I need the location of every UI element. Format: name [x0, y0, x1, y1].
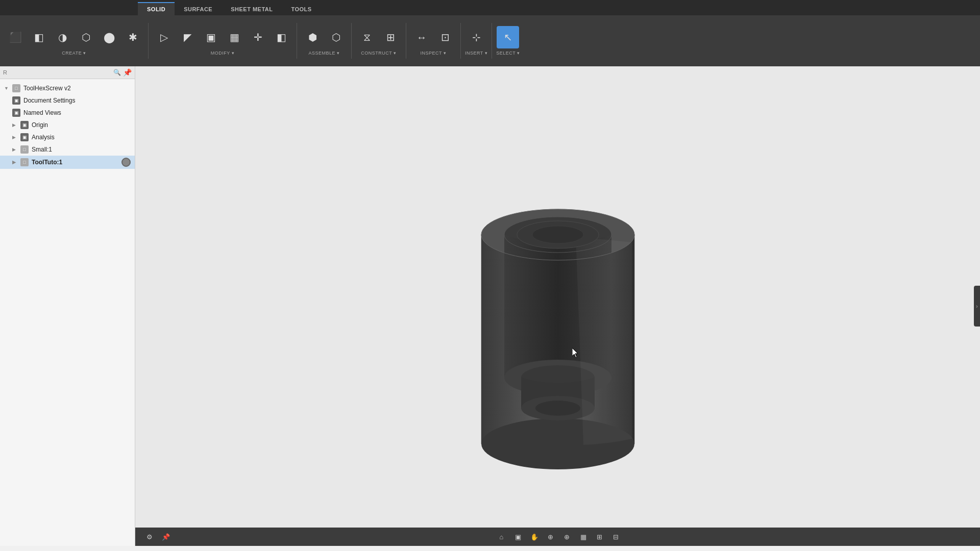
- zoom-window-button[interactable]: ⊕: [560, 531, 574, 543]
- toolbar-buttons-create: ⬛◧◑⬡⬤✱: [4, 26, 144, 48]
- shell-button[interactable]: ▦: [223, 26, 246, 48]
- tree-icon-tool-hex-screw: □: [12, 84, 20, 92]
- camera-button[interactable]: ▣: [511, 531, 525, 543]
- offset-plane-button[interactable]: ⧖: [356, 26, 378, 48]
- grid-button[interactable]: ⊞: [593, 531, 607, 543]
- toolbar-divider-3: [351, 23, 352, 59]
- tree-arrow-tool-hex-screw: ▼: [4, 86, 9, 91]
- tree-label-named-views: Named Views: [23, 109, 61, 116]
- tree-item-analysis[interactable]: ▶▣Analysis: [0, 131, 135, 143]
- right-panel-hint[interactable]: ›: [974, 286, 980, 327]
- tree-label-document-settings: Document Settings: [23, 97, 75, 104]
- tree-label-tool-hex-screw: ToolHexScrew v2: [23, 85, 71, 92]
- toolbar-group-modify: ▷◤▣▦✛◧MODIFY ▾: [153, 26, 292, 56]
- tree-item-tool-hex-screw[interactable]: ▼□ToolHexScrew v2: [0, 82, 135, 94]
- toolbar-group-label-modify: MODIFY ▾: [211, 51, 234, 56]
- toolbar-group-label-inspect: INSPECT ▾: [421, 51, 447, 56]
- home-button[interactable]: ⌂: [495, 531, 509, 543]
- toolbar-buttons-modify: ▷◤▣▦✛◧: [153, 26, 292, 48]
- svg-point-7: [535, 401, 580, 415]
- rib-button[interactable]: ✱: [121, 26, 144, 48]
- chamfer-button[interactable]: ▣: [200, 26, 222, 48]
- bottom-settings-btn[interactable]: ⚙: [142, 531, 157, 543]
- extrude-button[interactable]: ◧: [28, 26, 50, 48]
- toolbar-buttons-assemble: ⬢⬡: [301, 26, 347, 48]
- loft-button[interactable]: ⬤: [98, 26, 120, 48]
- sweep-button[interactable]: ⬡: [75, 26, 97, 48]
- bottom-center-buttons: ⌂▣✋⊕⊕▦⊞⊟: [495, 531, 623, 543]
- tree-item-named-views[interactable]: ▣Named Views: [0, 107, 135, 119]
- tab-solid[interactable]: SOLID: [138, 2, 175, 15]
- toolbar-group-label-create: CREATE ▾: [62, 51, 86, 56]
- tab-tools[interactable]: TOOLS: [282, 2, 321, 15]
- tree-arrow-small-1: ▶: [12, 147, 17, 152]
- move-button[interactable]: ✛: [247, 26, 269, 48]
- section-analysis-button[interactable]: ⊡: [434, 26, 456, 48]
- toolbar-divider-5: [460, 23, 461, 59]
- tree-item-tool-tuto-1[interactable]: ▶□ToolTuto:1: [0, 156, 135, 169]
- tree-label-tool-tuto-1: ToolTuto:1: [32, 159, 62, 166]
- bottom-bar: ⚙ 📌 ⌂▣✋⊕⊕▦⊞⊟: [135, 528, 980, 546]
- sidebar: 🔍 📌 ▼□ToolHexScrew v2▣Document Settings▣…: [0, 66, 135, 546]
- tree-arrow-origin: ▶: [12, 122, 17, 128]
- toolbar-buttons-inspect: ↔⊡: [410, 26, 456, 48]
- press-pull-button[interactable]: ▷: [153, 26, 175, 48]
- tree-icon-tool-tuto-1: □: [20, 158, 29, 166]
- toolbar-group-inspect: ↔⊡INSPECT ▾: [410, 26, 456, 56]
- toolbar-buttons-select: ↖: [497, 26, 519, 48]
- toolbar-buttons-construct: ⧖⊞: [356, 26, 402, 48]
- new-sketch-button[interactable]: ⬛: [4, 26, 27, 48]
- select-button[interactable]: ↖: [497, 26, 519, 48]
- tree-icon-small-1: □: [20, 145, 29, 154]
- revolve-button[interactable]: ◑: [51, 26, 74, 48]
- tree-item-origin[interactable]: ▶▣Origin: [0, 119, 135, 131]
- tree-label-small-1: Small:1: [32, 146, 52, 153]
- toolbar-group-create: ⬛◧◑⬡⬤✱CREATE ▾: [4, 26, 144, 56]
- tree-item-document-settings[interactable]: ▣Document Settings: [0, 94, 135, 107]
- viewport[interactable]: › ⚙ 📌 ⌂▣✋⊕⊕▦⊞⊟: [135, 66, 980, 546]
- toolbar-divider-4: [406, 23, 406, 59]
- fillet-button[interactable]: ◤: [176, 26, 199, 48]
- tab-surface[interactable]: SURFACE: [175, 2, 222, 15]
- search-bar: 🔍 📌: [0, 66, 135, 79]
- insert-mesh-button[interactable]: ⊹: [465, 26, 487, 48]
- bottom-pin-btn[interactable]: 📌: [159, 531, 173, 543]
- combine-button[interactable]: ◧: [270, 26, 292, 48]
- toolbar-divider-6: [492, 23, 492, 59]
- tree-item-small-1[interactable]: ▶□Small:1: [0, 143, 135, 156]
- main-area: 🔍 📌 ▼□ToolHexScrew v2▣Document Settings▣…: [0, 66, 980, 546]
- svg-point-12: [532, 226, 583, 243]
- measure-button[interactable]: ↔: [410, 26, 433, 48]
- ui-settings-button[interactable]: ⊟: [609, 531, 623, 543]
- toolbar-row: ⬛◧◑⬡⬤✱CREATE ▾▷◤▣▦✛◧MODIFY ▾⬢⬡ASSEMBLE ▾…: [0, 15, 980, 66]
- tab-sheet_metal[interactable]: SHEET METAL: [222, 2, 282, 15]
- tree-area: ▼□ToolHexScrew v2▣Document Settings▣Name…: [0, 79, 135, 546]
- zoom-fit-button[interactable]: ⊕: [544, 531, 558, 543]
- joint-button[interactable]: ⬢: [301, 26, 324, 48]
- tree-icon-origin: ▣: [20, 121, 29, 129]
- midplane-button[interactable]: ⊞: [379, 26, 402, 48]
- bottom-left: ⚙ 📌: [140, 531, 173, 543]
- cylinder-svg: [451, 153, 665, 469]
- display-mode-button[interactable]: ▦: [576, 531, 591, 543]
- motion-link-button[interactable]: ⬡: [325, 26, 347, 48]
- toolbar-group-select: ↖SELECT ▾: [496, 26, 520, 56]
- toolbar-group-assemble: ⬢⬡ASSEMBLE ▾: [301, 26, 347, 56]
- toolbar-group-construct: ⧖⊞CONSTRUCT ▾: [356, 26, 402, 56]
- toolbar-divider-2: [297, 23, 297, 59]
- 3d-scene: [451, 153, 665, 459]
- toolbar-group-label-insert: INSERT ▾: [465, 51, 487, 56]
- toolbar-group-insert: ⊹INSERT ▾: [465, 26, 487, 56]
- search-input[interactable]: [3, 69, 111, 76]
- pan-button[interactable]: ✋: [527, 531, 542, 543]
- tree-icon-analysis: ▣: [20, 133, 29, 141]
- top-bar: SOLIDSURFACESHEET METALTOOLS ⬛◧◑⬡⬤✱CREAT…: [0, 0, 980, 66]
- tab-row: SOLIDSURFACESHEET METALTOOLS: [0, 0, 980, 15]
- search-icon: 🔍: [113, 69, 121, 76]
- toolbar-buttons-insert: ⊹: [465, 26, 487, 48]
- tree-label-analysis: Analysis: [32, 134, 55, 141]
- sidebar-pin-icon[interactable]: 📌: [123, 68, 132, 77]
- visibility-toggle-tool-tuto-1[interactable]: [121, 158, 131, 167]
- tree-icon-document-settings: ▣: [12, 96, 20, 105]
- toolbar-group-label-construct: CONSTRUCT ▾: [361, 51, 396, 56]
